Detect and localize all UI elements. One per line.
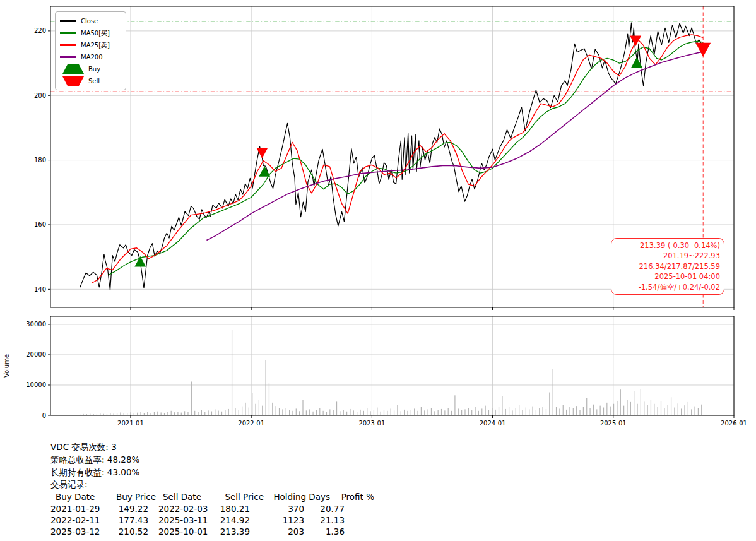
quote-annotation-box: 213.39 (-0.30 -0.14%) 201.19~222.93 216.… xyxy=(611,238,724,295)
legend-label: MA200 xyxy=(81,54,103,61)
legend-item-close: Close xyxy=(60,15,121,27)
sell-date: 2025-10-01 xyxy=(151,526,211,537)
col-buy-date: Buy Date xyxy=(50,491,105,502)
profit-pct: 20.77 xyxy=(304,503,345,514)
col-sell-date: Sell Date xyxy=(163,491,220,502)
svg-text:2026-01: 2026-01 xyxy=(721,420,747,427)
svg-text:140: 140 xyxy=(34,286,46,293)
series-Close xyxy=(80,23,703,290)
legend-label: Sell xyxy=(88,78,100,85)
annotation-ma-values: 216.34/217.87/215.59 xyxy=(615,261,720,271)
buy-price: 149.22 xyxy=(105,503,148,514)
legend-item-ma25: MA25[卖] xyxy=(60,39,121,51)
annotation-signal: -1.54/偏空/+0.24/-0.02 xyxy=(615,282,720,292)
svg-text:20000: 20000 xyxy=(26,351,46,358)
buy-triangle-icon xyxy=(62,64,84,74)
holding-days: 370 xyxy=(250,503,304,514)
legend-item-buy: Buy xyxy=(60,63,121,75)
volume-panel-border xyxy=(50,316,734,415)
sell-price: 214.92 xyxy=(211,514,250,526)
ma50-line-swatch xyxy=(60,32,76,34)
buy-marker xyxy=(631,57,642,68)
buy-price: 177.43 xyxy=(105,514,148,526)
sell-price: 180.21 xyxy=(211,503,250,514)
legend-item-ma200: MA200 xyxy=(60,51,121,63)
svg-text:200: 200 xyxy=(34,92,46,99)
sell-triangle-icon xyxy=(62,76,84,86)
buy-price: 210.52 xyxy=(105,526,148,537)
holding-days: 203 xyxy=(250,526,304,537)
series-MA200 xyxy=(206,52,703,240)
svg-text:2022-01: 2022-01 xyxy=(238,420,264,427)
buy-marker xyxy=(259,166,270,177)
legend-label: MA25[卖] xyxy=(81,41,110,50)
annotation-price-change: 213.39 (-0.30 -0.14%) xyxy=(615,241,720,251)
profit-pct: 21.13 xyxy=(304,514,345,526)
annotation-datetime: 2025-10-01 04:00 xyxy=(615,271,720,282)
legend-item-ma50: MA50[买] xyxy=(60,27,121,39)
svg-text:2023-01: 2023-01 xyxy=(358,420,385,427)
buy-date: 2025-03-12 xyxy=(50,526,105,537)
ma25-line-swatch xyxy=(60,44,76,46)
volume-axis-label: Volume xyxy=(3,354,10,378)
trade-count-line: VDC 交易次数: 3 xyxy=(50,441,374,454)
trade-row: 2021-01-29 149.22 2022-02-03 180.21 370 … xyxy=(50,503,374,514)
hold-return-line: 长期持有收益: 43.00% xyxy=(50,467,374,479)
annotation-range: 201.19~222.93 xyxy=(615,251,720,261)
col-profit: Profit % xyxy=(330,491,374,502)
svg-text:0: 0 xyxy=(42,412,46,419)
col-sell-price: Sell Price xyxy=(220,491,264,502)
legend-item-sell: Sell xyxy=(60,75,121,87)
strategy-return-line: 策略总收益率: 48.28% xyxy=(50,454,374,467)
svg-text:10000: 10000 xyxy=(26,381,46,388)
svg-text:30000: 30000 xyxy=(26,321,46,328)
profit-pct: 1.36 xyxy=(304,526,345,537)
legend-label: Close xyxy=(81,18,98,25)
buy-date: 2021-01-29 xyxy=(50,503,105,514)
svg-text:2024-01: 2024-01 xyxy=(480,420,506,427)
svg-text:220: 220 xyxy=(34,27,46,34)
svg-text:160: 160 xyxy=(34,221,46,228)
trade-row: 2022-02-11 177.43 2025-03-11 214.92 1123… xyxy=(50,514,374,526)
sell-date: 2022-02-03 xyxy=(151,503,211,514)
trading-strategy-chart-page: 14016018020022001000020000300002021-0120… xyxy=(0,0,756,541)
strategy-summary-block: VDC 交易次数: 3 策略总收益率: 48.28% 长期持有收益: 43.00… xyxy=(50,441,374,538)
col-holding-days: Holding Days xyxy=(264,491,330,502)
svg-text:2021-01: 2021-01 xyxy=(117,420,144,427)
svg-text:2025-01: 2025-01 xyxy=(600,420,627,427)
trade-row: 2025-03-12 210.52 2025-10-01 213.39 203 … xyxy=(50,526,374,537)
trade-records-title: 交易记录: xyxy=(50,479,374,491)
close-line-swatch xyxy=(60,20,76,22)
trade-table-header: Buy Date Buy Price Sell Date Sell Price … xyxy=(50,491,374,502)
sell-date: 2025-03-11 xyxy=(151,514,211,526)
col-buy-price: Buy Price xyxy=(105,491,156,502)
buy-date: 2022-02-11 xyxy=(50,514,105,526)
chart-legend: Close MA50[买] MA25[卖] MA200 Buy Sell xyxy=(55,11,126,90)
volume-bars xyxy=(80,330,702,415)
legend-label: MA50[买] xyxy=(81,29,110,38)
ma200-line-swatch xyxy=(60,56,76,58)
legend-label: Buy xyxy=(88,66,100,73)
holding-days: 1123 xyxy=(250,514,304,526)
sell-marker xyxy=(695,43,711,57)
sell-price: 213.39 xyxy=(211,526,250,537)
buy-marker xyxy=(134,256,146,267)
svg-text:180: 180 xyxy=(34,157,46,163)
